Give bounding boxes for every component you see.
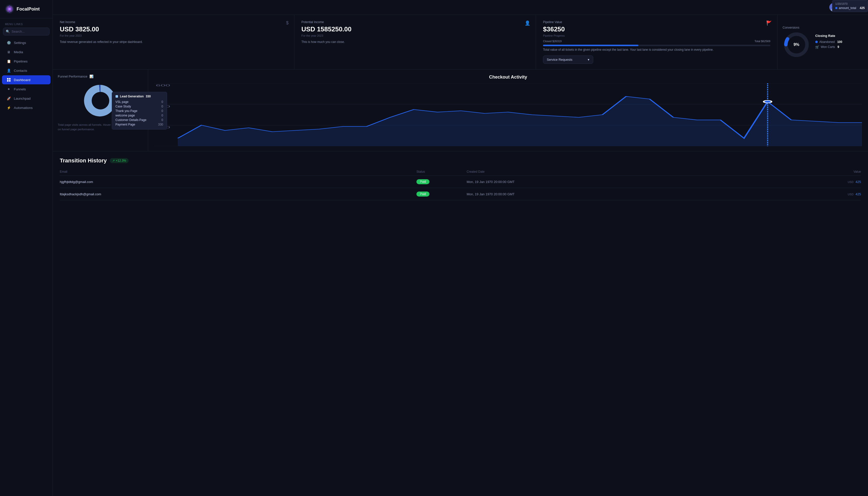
funnel-title: Funnel Performance 📊 bbox=[58, 75, 143, 78]
topbar: 🔔 🌙 bbox=[53, 0, 868, 15]
cart-icon: 🛒 bbox=[815, 45, 819, 49]
net-income-card: $ Net Income USD 3825.00 For the year 20… bbox=[53, 15, 294, 69]
potential-income-label: Potential Income bbox=[301, 20, 529, 24]
row-date-0: Mon, 19 Jan 1970 20:00:00 GMT bbox=[467, 180, 823, 184]
abandoned-label: Abandoned bbox=[819, 40, 835, 44]
closing-rate-label: Closing Rate bbox=[815, 34, 863, 38]
media-icon: 🖥 bbox=[6, 50, 11, 54]
net-income-label: Net Income bbox=[60, 20, 287, 24]
pipeline-progress-label: Pipeline Progress bbox=[543, 34, 770, 37]
pie-chart: Lead Generation 330 VSL page 0 Case Stud… bbox=[82, 82, 119, 120]
tooltip-val-3: 0 bbox=[162, 114, 163, 117]
pipeline-value-label: Pipeline Value bbox=[543, 20, 770, 24]
contacts-icon: 👤 bbox=[6, 68, 11, 73]
conversions-info: Closing Rate Abandoned 100 🛒 Won Carts 9 bbox=[815, 34, 863, 50]
potential-income-value: USD 1585250.00 bbox=[301, 25, 529, 33]
sidebar-nav: ⚙️ Settings 🖥 Media 📋 Pipelines 👤 Contac… bbox=[0, 38, 52, 112]
abandoned-row: Abandoned 100 bbox=[815, 40, 863, 44]
chart-tooltip-label: amount_total bbox=[839, 6, 856, 10]
dollar-icon: $ bbox=[286, 20, 289, 26]
tooltip-val-1: 0 bbox=[162, 105, 163, 108]
pipeline-value-card: 🚩 Pipeline Value $36250 Pipeline Progres… bbox=[536, 15, 778, 69]
svg-text:600: 600 bbox=[156, 84, 170, 87]
launchpad-icon: 🚀 bbox=[6, 96, 11, 100]
table-header: Email Status Created Date Value bbox=[60, 168, 861, 176]
funnels-icon: ✦ bbox=[6, 87, 11, 91]
sidebar-item-media[interactable]: 🖥 Media bbox=[2, 47, 50, 57]
sidebar-item-label: Dashboard bbox=[14, 78, 30, 82]
table-row: hjgfhjtdtdg@gmail.com Paid Mon, 19 Jan 1… bbox=[60, 176, 861, 188]
sidebar-item-launchpad[interactable]: 🚀 Launchpad bbox=[2, 94, 50, 103]
svg-rect-9 bbox=[7, 78, 9, 80]
sidebar-item-contacts[interactable]: 👤 Contacts bbox=[2, 66, 50, 75]
row-value-0: USD 425 bbox=[823, 180, 861, 184]
stats-row: $ Net Income USD 3825.00 For the year 20… bbox=[53, 15, 868, 69]
sidebar: FocalPoint MENU LINKS 🔍 ⚙️ Settings 🖥 Me… bbox=[0, 0, 53, 496]
pipeline-progress-fill bbox=[543, 45, 638, 46]
funnel-tooltip: Lead Generation 330 VSL page 0 Case Stud… bbox=[112, 92, 167, 129]
sidebar-item-label: Funnels bbox=[14, 87, 26, 91]
row-email-1: fdajksdhackjsdh@gmail.com bbox=[60, 192, 416, 196]
svg-rect-11 bbox=[7, 80, 9, 81]
tooltip-row-5: Payment Page 330 bbox=[116, 122, 163, 127]
row-status-0: Paid bbox=[416, 179, 467, 184]
menu-label: MENU LINKS bbox=[0, 18, 52, 28]
pipeline-total: Total $62569 bbox=[755, 40, 770, 43]
search-input[interactable] bbox=[12, 30, 47, 33]
checkout-title: Checkout Activity bbox=[154, 75, 862, 80]
growth-value: +12.3% bbox=[116, 159, 126, 162]
section-header: Transition History ↗ +12.3% bbox=[60, 157, 861, 164]
tooltip-row-1: Case Study 0 bbox=[116, 104, 163, 109]
tooltip-row-4: Customer Details Page 0 bbox=[116, 118, 163, 122]
tooltip-label-2: Thank you Page bbox=[116, 109, 137, 113]
net-income-value: USD 3825.00 bbox=[60, 25, 287, 33]
chart-tooltip-date: 1/20/1970 bbox=[835, 2, 865, 5]
tooltip-label-0: VSL page bbox=[116, 100, 128, 104]
checkout-panel: Checkout Activity 1/20/1970 amount_total… bbox=[148, 69, 868, 151]
funnel-icon: 📊 bbox=[89, 75, 93, 78]
conversions-label: Conversions bbox=[782, 26, 810, 29]
growth-badge: ↗ +12.3% bbox=[110, 158, 128, 163]
checkout-chart: 600 300 000 0 1/20/1970 1/20/1970 1/20 bbox=[154, 83, 862, 146]
tooltip-val-0: 0 bbox=[162, 100, 163, 104]
search-box[interactable]: 🔍 bbox=[3, 28, 49, 35]
conversions-card: Conversions 9% Closing Rate Abandoned 10… bbox=[778, 15, 868, 69]
sidebar-item-label: Settings bbox=[14, 41, 26, 45]
person-icon: 👤 bbox=[525, 20, 530, 26]
funnel-title-label: Funnel Performance bbox=[58, 75, 87, 78]
pipeline-dropdown[interactable]: Service Requests ▾ bbox=[543, 56, 593, 64]
history-table: Email Status Created Date Value hjgfhjtd… bbox=[60, 168, 861, 200]
tooltip-row-3: welcome page 0 bbox=[116, 113, 163, 118]
svg-text:0: 0 bbox=[156, 145, 161, 146]
pipeline-dropdown-label: Service Requests bbox=[547, 58, 573, 62]
value-label-0: USD bbox=[848, 181, 853, 184]
pipeline-progress-bar bbox=[543, 45, 770, 46]
tooltip-label-5: Payment Page bbox=[116, 123, 135, 126]
flag-icon: 🚩 bbox=[766, 20, 772, 26]
sidebar-item-automations[interactable]: ⚡ Automations bbox=[2, 103, 50, 112]
col-value: Value bbox=[823, 170, 861, 173]
pipeline-progress-labels: Closed $26319 Total $62569 bbox=[543, 40, 770, 43]
pipeline-value-value: $36250 bbox=[543, 25, 770, 33]
main-content: 🔔 🌙 $ Net Income USD 3825.00 For the yea… bbox=[53, 0, 868, 496]
row-status-1: Paid bbox=[416, 191, 467, 197]
tooltip-header: Lead Generation 330 bbox=[116, 95, 163, 98]
sidebar-item-funnels[interactable]: ✦ Funnels bbox=[2, 84, 50, 94]
sidebar-item-dashboard[interactable]: Dashboard bbox=[2, 75, 50, 84]
chart-tooltip-val: amount_total 425 bbox=[835, 6, 865, 10]
pipelines-icon: 📋 bbox=[6, 59, 11, 63]
tooltip-dot bbox=[116, 95, 118, 98]
sidebar-item-settings[interactable]: ⚙️ Settings bbox=[2, 38, 50, 47]
pipeline-closed: Closed $26319 bbox=[543, 40, 562, 43]
section-title: Transition History bbox=[60, 157, 107, 164]
dashboard-icon bbox=[6, 78, 11, 82]
tooltip-val-5: 330 bbox=[158, 123, 163, 126]
value-amount-1: 425 bbox=[855, 192, 861, 196]
potential-income-desc: This is how much you can close. bbox=[301, 40, 529, 44]
pipeline-desc: Total value of all tickets in the given … bbox=[543, 47, 770, 52]
svg-point-27 bbox=[764, 100, 772, 103]
tooltip-val-2: 0 bbox=[162, 109, 163, 113]
tooltip-row-2: Thank you Page 0 bbox=[116, 109, 163, 113]
logo: FocalPoint bbox=[0, 0, 52, 18]
sidebar-item-pipelines[interactable]: 📋 Pipelines bbox=[2, 57, 50, 66]
